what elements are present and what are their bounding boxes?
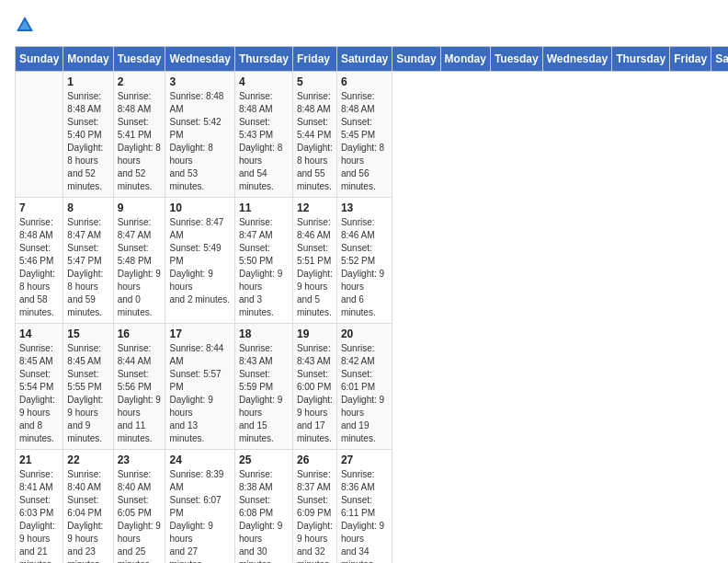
calendar-cell [16, 72, 63, 198]
calendar-cell: 20Sunrise: 8:42 AM Sunset: 6:01 PM Dayli… [336, 324, 392, 450]
calendar-cell: 21Sunrise: 8:41 AM Sunset: 6:03 PM Dayli… [16, 450, 63, 564]
calendar-cell: 13Sunrise: 8:46 AM Sunset: 5:52 PM Dayli… [336, 198, 392, 324]
calendar-week-row: 7Sunrise: 8:48 AM Sunset: 5:46 PM Daylig… [16, 198, 729, 324]
cell-info: Sunrise: 8:46 AM Sunset: 5:51 PM Dayligh… [297, 216, 333, 319]
calendar-week-row: 14Sunrise: 8:45 AM Sunset: 5:54 PM Dayli… [16, 324, 729, 450]
calendar-cell: 10Sunrise: 8:47 AM Sunset: 5:49 PM Dayli… [165, 198, 234, 324]
cell-info: Sunrise: 8:37 AM Sunset: 6:09 PM Dayligh… [297, 468, 333, 563]
cell-info: Sunrise: 8:48 AM Sunset: 5:45 PM Dayligh… [341, 90, 388, 193]
day-number: 6 [341, 75, 388, 88]
day-number: 12 [297, 201, 333, 214]
cell-info: Sunrise: 8:42 AM Sunset: 6:01 PM Dayligh… [341, 342, 388, 445]
cell-info: Sunrise: 8:48 AM Sunset: 5:43 PM Dayligh… [239, 90, 289, 193]
day-number: 20 [341, 327, 388, 340]
cell-info: Sunrise: 8:45 AM Sunset: 5:55 PM Dayligh… [67, 342, 108, 445]
calendar-cell: 17Sunrise: 8:44 AM Sunset: 5:57 PM Dayli… [165, 324, 234, 450]
day-number: 24 [169, 454, 230, 466]
calendar-cell: 7Sunrise: 8:48 AM Sunset: 5:46 PM Daylig… [16, 198, 63, 324]
day-number: 7 [19, 201, 59, 214]
day-number: 9 [118, 201, 162, 214]
day-of-week-header: Saturday [336, 47, 392, 72]
day-number: 11 [239, 201, 289, 214]
day-number: 23 [118, 454, 162, 466]
cell-info: Sunrise: 8:38 AM Sunset: 6:08 PM Dayligh… [239, 468, 289, 563]
day-of-week-header: Thursday [234, 47, 292, 72]
day-number: 1 [67, 75, 108, 88]
calendar-week-row: 21Sunrise: 8:41 AM Sunset: 6:03 PM Dayli… [16, 450, 729, 564]
cell-info: Sunrise: 8:47 AM Sunset: 5:48 PM Dayligh… [118, 216, 162, 319]
cell-info: Sunrise: 8:48 AM Sunset: 5:42 PM Dayligh… [169, 90, 230, 193]
calendar-cell: 18Sunrise: 8:43 AM Sunset: 5:59 PM Dayli… [234, 324, 292, 450]
calendar-cell: 27Sunrise: 8:36 AM Sunset: 6:11 PM Dayli… [336, 450, 392, 564]
day-number: 26 [297, 454, 333, 466]
day-of-week-header: Monday [63, 47, 113, 72]
day-number: 15 [67, 327, 108, 340]
calendar-cell: 1Sunrise: 8:48 AM Sunset: 5:40 PM Daylig… [63, 72, 113, 198]
calendar-cell: 25Sunrise: 8:38 AM Sunset: 6:08 PM Dayli… [234, 450, 292, 564]
calendar-cell: 16Sunrise: 8:44 AM Sunset: 5:56 PM Dayli… [113, 324, 165, 450]
cell-info: Sunrise: 8:36 AM Sunset: 6:11 PM Dayligh… [341, 468, 388, 563]
calendar-cell: 6Sunrise: 8:48 AM Sunset: 5:45 PM Daylig… [336, 72, 392, 198]
cell-info: Sunrise: 8:46 AM Sunset: 5:52 PM Dayligh… [341, 216, 388, 319]
cell-info: Sunrise: 8:48 AM Sunset: 5:41 PM Dayligh… [118, 90, 162, 193]
cell-info: Sunrise: 8:43 AM Sunset: 5:59 PM Dayligh… [239, 342, 289, 445]
calendar-cell: 4Sunrise: 8:48 AM Sunset: 5:43 PM Daylig… [234, 72, 292, 198]
calendar-cell: 22Sunrise: 8:40 AM Sunset: 6:04 PM Dayli… [63, 450, 113, 564]
day-number: 19 [297, 327, 333, 340]
day-number: 13 [341, 201, 388, 214]
calendar-cell: 9Sunrise: 8:47 AM Sunset: 5:48 PM Daylig… [113, 198, 165, 324]
day-of-week-header: Wednesday [165, 47, 234, 72]
cell-info: Sunrise: 8:40 AM Sunset: 6:04 PM Dayligh… [67, 468, 108, 563]
cell-info: Sunrise: 8:45 AM Sunset: 5:54 PM Dayligh… [19, 342, 59, 445]
cell-info: Sunrise: 8:41 AM Sunset: 6:03 PM Dayligh… [19, 468, 59, 563]
cell-info: Sunrise: 8:47 AM Sunset: 5:47 PM Dayligh… [67, 216, 108, 319]
day-number: 4 [239, 75, 289, 88]
day-of-week-header: Thursday [612, 47, 670, 72]
day-number: 16 [118, 327, 162, 340]
calendar-cell: 14Sunrise: 8:45 AM Sunset: 5:54 PM Dayli… [16, 324, 63, 450]
calendar-cell: 24Sunrise: 8:39 AM Sunset: 6:07 PM Dayli… [165, 450, 234, 564]
day-of-week-header: Tuesday [490, 47, 542, 72]
day-of-week-header: Friday [670, 47, 711, 72]
day-number: 17 [169, 327, 230, 340]
calendar-header-row: SundayMondayTuesdayWednesdayThursdayFrid… [16, 47, 729, 72]
calendar-cell: 8Sunrise: 8:47 AM Sunset: 5:47 PM Daylig… [63, 198, 113, 324]
day-number: 22 [67, 454, 108, 466]
cell-info: Sunrise: 8:48 AM Sunset: 5:46 PM Dayligh… [19, 216, 59, 319]
day-number: 3 [169, 75, 230, 88]
cell-info: Sunrise: 8:48 AM Sunset: 5:40 PM Dayligh… [67, 90, 108, 193]
calendar-cell: 23Sunrise: 8:40 AM Sunset: 6:05 PM Dayli… [113, 450, 165, 564]
calendar-cell: 12Sunrise: 8:46 AM Sunset: 5:51 PM Dayli… [292, 198, 336, 324]
day-number: 2 [118, 75, 162, 88]
day-number: 25 [239, 454, 289, 466]
calendar-cell: 5Sunrise: 8:48 AM Sunset: 5:44 PM Daylig… [292, 72, 336, 198]
cell-info: Sunrise: 8:48 AM Sunset: 5:44 PM Dayligh… [297, 90, 333, 193]
calendar-cell: 11Sunrise: 8:47 AM Sunset: 5:50 PM Dayli… [234, 198, 292, 324]
day-of-week-header: Wednesday [542, 47, 611, 72]
calendar-cell: 15Sunrise: 8:45 AM Sunset: 5:55 PM Dayli… [63, 324, 113, 450]
day-of-week-header: Saturday [711, 47, 728, 72]
day-of-week-header: Monday [440, 47, 490, 72]
cell-info: Sunrise: 8:43 AM Sunset: 6:00 PM Dayligh… [297, 342, 333, 445]
calendar-cell: 2Sunrise: 8:48 AM Sunset: 5:41 PM Daylig… [113, 72, 165, 198]
day-of-week-header: Sunday [392, 47, 440, 72]
cell-info: Sunrise: 8:44 AM Sunset: 5:56 PM Dayligh… [118, 342, 162, 445]
day-number: 27 [341, 454, 388, 466]
day-of-week-header: Friday [292, 47, 336, 72]
day-of-week-header: Tuesday [113, 47, 165, 72]
cell-info: Sunrise: 8:39 AM Sunset: 6:07 PM Dayligh… [169, 468, 230, 563]
day-number: 5 [297, 75, 333, 88]
day-of-week-header: Sunday [16, 47, 63, 72]
cell-info: Sunrise: 8:44 AM Sunset: 5:57 PM Dayligh… [169, 342, 230, 445]
cell-info: Sunrise: 8:47 AM Sunset: 5:50 PM Dayligh… [239, 216, 289, 319]
day-number: 10 [169, 201, 230, 214]
calendar-cell: 26Sunrise: 8:37 AM Sunset: 6:09 PM Dayli… [292, 450, 336, 564]
day-number: 8 [67, 201, 108, 214]
cell-info: Sunrise: 8:40 AM Sunset: 6:05 PM Dayligh… [118, 468, 162, 563]
day-number: 18 [239, 327, 289, 340]
day-number: 14 [19, 327, 59, 340]
calendar-table: SundayMondayTuesdayWednesdayThursdayFrid… [15, 46, 728, 563]
page-header [15, 15, 713, 35]
calendar-cell: 3Sunrise: 8:48 AM Sunset: 5:42 PM Daylig… [165, 72, 234, 198]
calendar-week-row: 1Sunrise: 8:48 AM Sunset: 5:40 PM Daylig… [16, 72, 729, 198]
